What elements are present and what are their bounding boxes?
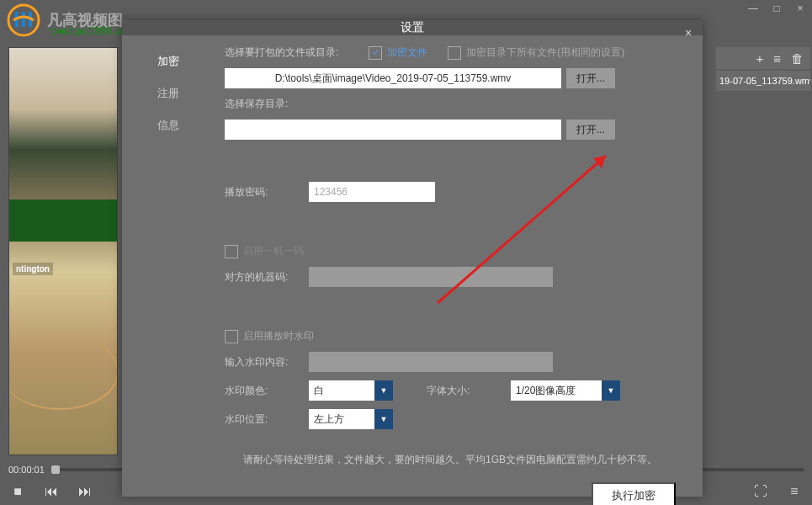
dialog-header: 设置 × (122, 20, 703, 35)
machine-lock-option[interactable]: 启用一机一码 (225, 244, 304, 258)
playlist-menu-icon[interactable]: ≡ (773, 51, 781, 66)
play-password-label: 播放密码: (225, 185, 309, 199)
app-logo-icon (7, 3, 40, 37)
settings-dialog: 设置 × 加密 注册 信息 选择要打包的文件或目录: 加密文件 加密目录下所有文… (122, 20, 703, 497)
encrypt-file-option[interactable]: 加密文件 (369, 45, 427, 60)
play-password-input[interactable] (309, 182, 435, 202)
watermark-pos-label: 水印位置: (225, 412, 309, 427)
dialog-close-icon[interactable]: × (681, 25, 696, 40)
playlist-panel: + ≡ 🗑 19-07-05_113759.wmv (716, 47, 810, 91)
playlist-toolbar: + ≡ 🗑 (716, 47, 810, 69)
chevron-down-icon: ▼ (374, 380, 393, 401)
video-frame: ntington (8, 47, 118, 455)
video-overlay-text: ntington (13, 263, 53, 275)
stop-button[interactable]: ■ (8, 482, 27, 501)
watermark-option[interactable]: 启用播放时水印 (225, 329, 314, 343)
watermark-content-input[interactable] (309, 352, 553, 372)
hamburger-button[interactable]: ≡ (785, 482, 804, 501)
encrypt-file-checkbox[interactable] (369, 46, 382, 60)
machine-code-label: 对方的机器码: (225, 270, 309, 284)
chevron-down-icon: ▼ (602, 380, 620, 401)
watermark-color-label: 水印颜色: (225, 384, 309, 398)
next-button[interactable]: ⏭ (76, 482, 94, 501)
font-size-select[interactable]: 1/20图像高度▼ (511, 380, 620, 401)
watermark-content-label: 输入水印内容: (225, 355, 309, 369)
playlist-delete-icon[interactable]: 🗑 (791, 51, 804, 66)
watermark-pos-select[interactable]: 左上方▼ (309, 409, 393, 429)
machine-lock-checkbox[interactable] (225, 245, 238, 258)
playlist-add-icon[interactable]: + (756, 51, 763, 66)
settings-tabs: 加密 注册 信息 (122, 35, 215, 505)
open-savedir-button[interactable]: 打开... (566, 120, 615, 140)
processing-note: 请耐心等待处理结果，文件越大，要的时间越久。平均1GB文件因电脑配置需约几十秒不… (225, 453, 676, 467)
minimize-button[interactable]: — (746, 2, 761, 15)
watermark-checkbox[interactable] (225, 330, 238, 343)
playback-time: 00:00:01 (8, 465, 45, 475)
chevron-down-icon: ▼ (374, 409, 393, 429)
tab-encrypt[interactable]: 加密 (122, 45, 215, 77)
fullscreen-button[interactable]: ⛶ (751, 482, 770, 501)
execute-encrypt-button[interactable]: 执行加密 (592, 482, 676, 505)
open-file-button[interactable]: 打开... (566, 68, 615, 88)
machine-code-input (309, 267, 553, 287)
select-files-label: 选择要打包的文件或目录: (225, 45, 338, 60)
prev-button[interactable]: ⏮ (42, 482, 61, 501)
settings-form: 选择要打包的文件或目录: 加密文件 加密目录下所有文件(用相同的设置) 打开..… (215, 35, 703, 505)
file-path-input[interactable] (225, 68, 561, 88)
font-size-label: 字体大小: (427, 384, 511, 398)
video-preview: ntington (8, 47, 126, 460)
playlist-item[interactable]: 19-07-05_113759.wmv (716, 71, 810, 91)
save-dir-input[interactable] (225, 120, 561, 140)
close-button[interactable]: × (793, 2, 808, 15)
tab-register[interactable]: 注册 (122, 77, 215, 109)
watermark-color-select[interactable]: 白▼ (309, 380, 393, 401)
save-dir-label: 选择保存目录: (225, 97, 288, 111)
encrypt-dir-checkbox[interactable] (448, 46, 461, 60)
tab-info[interactable]: 信息 (122, 109, 215, 141)
dialog-title: 设置 (401, 20, 424, 35)
encrypt-dir-option[interactable]: 加密目录下所有文件(用相同的设置) (448, 45, 624, 60)
maximize-button[interactable]: □ (769, 2, 784, 15)
